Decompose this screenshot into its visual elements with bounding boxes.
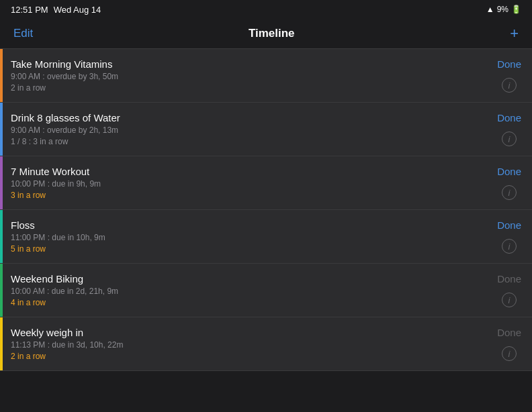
- task-time-minute-workout: 10:00 PM : due in 9h, 9m: [11, 179, 478, 189]
- task-actions-drink-water: Donei: [486, 103, 532, 156]
- task-item-weekend-biking: Weekend Biking10:00 AM : due in 2d, 21h,…: [0, 264, 532, 317]
- status-time: 12:51 PM: [11, 5, 48, 15]
- task-time-drink-water: 9:00 AM : overdue by 2h, 13m: [11, 125, 478, 135]
- task-list: Take Morning Vitamins9:00 AM : overdue b…: [0, 49, 532, 371]
- info-button-minute-workout[interactable]: i: [502, 185, 517, 200]
- task-title-take-morning-vitamins: Take Morning Vitamins: [11, 58, 478, 70]
- task-title-minute-workout: 7 Minute Workout: [11, 166, 478, 177]
- task-streak-floss: 5 in a row: [11, 244, 478, 254]
- edit-button[interactable]: Edit: [13, 27, 33, 40]
- task-time-floss: 11:00 PM : due in 10h, 9m: [11, 233, 478, 242]
- task-streak-minute-workout: 3 in a row: [11, 191, 478, 200]
- done-button-take-morning-vitamins[interactable]: Done: [497, 58, 521, 70]
- task-streak-drink-water: 1 / 8 : 3 in a row: [11, 137, 478, 146]
- task-actions-weekly-weigh-in: Donei: [486, 317, 532, 370]
- task-streak-take-morning-vitamins: 2 in a row: [11, 83, 478, 93]
- task-content-weekly-weigh-in: Weekly weigh in11:13 PM : due in 3d, 10h…: [3, 317, 486, 370]
- task-item-take-morning-vitamins: Take Morning Vitamins9:00 AM : overdue b…: [0, 49, 532, 103]
- page-title: Timeline: [249, 27, 295, 40]
- task-title-weekly-weigh-in: Weekly weigh in: [11, 327, 478, 338]
- task-streak-weekly-weigh-in: 2 in a row: [11, 352, 478, 361]
- task-actions-minute-workout: Donei: [486, 156, 532, 209]
- task-title-floss: Floss: [11, 219, 478, 231]
- info-button-take-morning-vitamins[interactable]: i: [502, 78, 517, 93]
- task-content-floss: Floss11:00 PM : due in 10h, 9m5 in a row: [3, 210, 486, 263]
- task-content-minute-workout: 7 Minute Workout10:00 PM : due in 9h, 9m…: [3, 156, 486, 209]
- task-time-take-morning-vitamins: 9:00 AM : overdue by 3h, 50m: [11, 72, 478, 81]
- status-date: Wed Aug 14: [54, 5, 101, 15]
- nav-bar: Edit Timeline +: [0, 19, 532, 48]
- task-title-weekend-biking: Weekend Biking: [11, 273, 478, 285]
- task-title-drink-water: Drink 8 glasses of Water: [11, 112, 478, 123]
- add-button[interactable]: +: [510, 26, 519, 41]
- task-actions-floss: Donei: [486, 210, 532, 263]
- task-item-weekly-weigh-in: Weekly weigh in11:13 PM : due in 3d, 10h…: [0, 317, 532, 371]
- task-time-weekend-biking: 10:00 AM : due in 2d, 21h, 9m: [11, 287, 478, 296]
- done-button-drink-water[interactable]: Done: [497, 112, 521, 123]
- battery-icon: 🔋: [511, 5, 521, 14]
- task-actions-take-morning-vitamins: Donei: [486, 49, 532, 102]
- task-actions-weekend-biking: Donei: [486, 264, 532, 317]
- status-icons: ▲ 9% 🔋: [486, 5, 521, 14]
- task-time-weekly-weigh-in: 11:13 PM : due in 3d, 10h, 22m: [11, 340, 478, 350]
- info-button-drink-water[interactable]: i: [502, 132, 517, 146]
- battery-percentage: 9%: [497, 5, 508, 14]
- info-button-floss[interactable]: i: [502, 239, 517, 254]
- done-button-floss[interactable]: Done: [497, 219, 521, 231]
- done-button-minute-workout[interactable]: Done: [497, 166, 521, 177]
- task-content-weekend-biking: Weekend Biking10:00 AM : due in 2d, 21h,…: [3, 264, 486, 317]
- task-item-minute-workout: 7 Minute Workout10:00 PM : due in 9h, 9m…: [0, 156, 532, 210]
- info-button-weekend-biking[interactable]: i: [502, 293, 517, 307]
- task-item-drink-water: Drink 8 glasses of Water9:00 AM : overdu…: [0, 103, 532, 156]
- info-button-weekly-weigh-in[interactable]: i: [502, 346, 517, 361]
- task-content-take-morning-vitamins: Take Morning Vitamins9:00 AM : overdue b…: [3, 49, 486, 102]
- done-button-weekly-weigh-in: Done: [497, 327, 521, 338]
- status-bar: 12:51 PM Wed Aug 14 ▲ 9% 🔋: [0, 0, 532, 19]
- task-item-floss: Floss11:00 PM : due in 10h, 9m5 in a row…: [0, 210, 532, 264]
- task-streak-weekend-biking: 4 in a row: [11, 298, 478, 307]
- wifi-icon: ▲: [486, 5, 494, 14]
- done-button-weekend-biking: Done: [497, 273, 521, 285]
- task-content-drink-water: Drink 8 glasses of Water9:00 AM : overdu…: [3, 103, 486, 156]
